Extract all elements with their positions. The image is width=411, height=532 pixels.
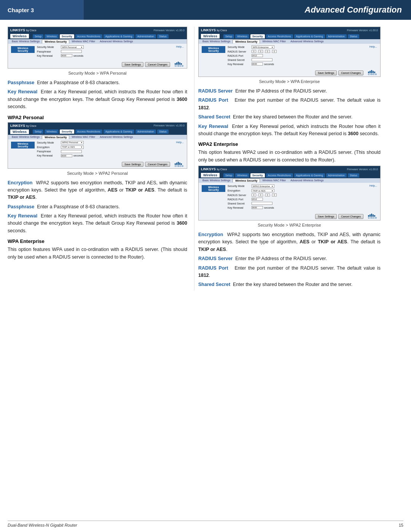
ip-octet-4-4[interactable]: 0 xyxy=(272,193,277,197)
cancel-btn-2[interactable]: Cancel Changes xyxy=(145,162,170,167)
save-btn-4[interactable]: Save Settings xyxy=(315,214,337,219)
radius-port-label-3: RADIUS Port xyxy=(228,54,250,57)
ip-octet-1-3[interactable]: 0 xyxy=(252,50,256,53)
subtab-wireless-sec-2[interactable]: Wireless Security xyxy=(42,135,69,139)
nav-tab-security-1[interactable]: Security xyxy=(60,34,74,38)
key-renewal-input-2[interactable]: 3600 xyxy=(61,154,72,157)
security-mode-select-4[interactable]: WPA2 Enterprise ▼ xyxy=(252,184,274,188)
radius-port-input-4[interactable]: 1812 xyxy=(252,198,263,201)
nav-tab-apps-2[interactable]: Applications & Gaming xyxy=(104,129,134,134)
shared-secret-input-4[interactable] xyxy=(252,202,272,205)
nav-tab-admin-4[interactable]: Administration xyxy=(326,173,347,177)
wireless-label-4: Wireless xyxy=(201,173,220,177)
cancel-btn-3[interactable]: Cancel Changes xyxy=(338,70,363,75)
subtab-wireless-mac-2[interactable]: Wireless MAC Filter xyxy=(69,135,97,139)
subtab-basic-4[interactable]: Basic Wireless Settings xyxy=(200,179,233,182)
subtab-advanced-3[interactable]: Advanced Wireless Settings xyxy=(288,40,326,43)
security-mode-select-1[interactable]: WPA Personal ▼ xyxy=(61,45,84,49)
subtab-wireless-mac-4[interactable]: Wireless MAC Filter xyxy=(260,179,288,182)
rs-encryption-row-4: Encryption TKIP or AES ▼ xyxy=(228,189,377,192)
key-renewal-input-1[interactable]: 3600 xyxy=(61,54,72,57)
shared-secret-para: Shared Secret Enter the key shared betwe… xyxy=(198,113,381,121)
key-renewal-label-2: Key Renewal xyxy=(37,154,60,157)
nav-tab-setup-4[interactable]: Setup xyxy=(223,173,234,177)
page-header: Chapter 3 Advanced Configuration xyxy=(0,0,411,20)
cancel-btn-4[interactable]: Cancel Changes xyxy=(338,214,363,219)
cancel-btn-1[interactable]: Cancel Changes xyxy=(145,62,170,67)
ip-octet-2-3[interactable]: 0 xyxy=(258,50,263,53)
subtab-wireless-sec-1[interactable]: Wireless Security xyxy=(42,40,69,43)
radius-server-label-4: RADIUS Server xyxy=(228,194,250,197)
rs-passphrase-row-2: Passphrase xyxy=(37,150,184,153)
nav-tab-security-4[interactable]: Security xyxy=(250,173,265,177)
nav-tab-status-4[interactable]: Status xyxy=(348,173,359,177)
help-link-3[interactable]: Help... xyxy=(370,45,377,48)
subtab-advanced-1[interactable]: Advanced Wireless Settings xyxy=(97,40,135,43)
nav-tab-admin-2[interactable]: Administration xyxy=(135,129,156,134)
save-btn-1[interactable]: Save Settings xyxy=(122,62,143,67)
nav-tab-access-2[interactable]: Access Restrictions xyxy=(75,129,102,134)
passphrase-input-2[interactable] xyxy=(61,150,82,153)
nav-tab-setup-2[interactable]: Setup xyxy=(33,129,43,134)
linksys-logo-1: LINKSYS by Cisco xyxy=(10,28,36,32)
nav-tab-admin-3[interactable]: Administration xyxy=(326,34,347,38)
subtab-wireless-mac-1[interactable]: Wireless MAC Filter xyxy=(69,40,97,43)
security-mode-select-2[interactable]: WPA2 Personal ▼ xyxy=(61,141,84,144)
nav-tab-setup-1[interactable]: Setup xyxy=(33,34,43,38)
nav-tab-status-2[interactable]: Status xyxy=(157,129,169,134)
firmware-3: Firmware Version: v1.00.0 xyxy=(347,29,378,32)
help-link-2[interactable]: Help... xyxy=(176,141,184,144)
subtab-advanced-2[interactable]: Advanced Wireless Settings xyxy=(97,135,135,139)
ip-octet-4-3[interactable]: 0 xyxy=(272,50,277,53)
nav-tab-wireless-3[interactable]: Wireless xyxy=(235,34,249,38)
nav-tab-wireless-2[interactable]: Wireless xyxy=(45,129,59,134)
nav-tab-wireless-1[interactable]: Wireless xyxy=(45,34,59,38)
radius-port-input-3[interactable]: 1812 xyxy=(252,54,263,57)
rs-subtabs-2: Basic Wireless Settings Wireless Securit… xyxy=(8,135,187,139)
shared-secret-input-3[interactable] xyxy=(252,58,272,61)
nav-tab-setup-3[interactable]: Setup xyxy=(223,34,234,38)
subtab-wireless-sec-4[interactable]: Wireless Security xyxy=(233,179,260,182)
ip-octet-3-3[interactable]: 0 xyxy=(265,50,270,53)
nav-tab-access-1[interactable]: Access Restrictions xyxy=(75,34,102,38)
passphrase-input-1[interactable] xyxy=(61,50,82,53)
ip-octet-3-4[interactable]: 0 xyxy=(265,193,270,197)
nav-tab-status-1[interactable]: Status xyxy=(157,34,169,38)
rs-key-renewal-row-3: Key Renewal 3600 seconds xyxy=(228,62,377,66)
nav-tab-apps-3[interactable]: Applications & Gaming xyxy=(294,34,325,38)
key-renewal-unit-3: seconds xyxy=(264,63,274,66)
nav-tab-wireless-4[interactable]: Wireless xyxy=(235,173,249,177)
nav-tab-admin-1[interactable]: Administration xyxy=(135,34,156,38)
ip-octet-2-4[interactable]: 0 xyxy=(258,193,263,197)
subtab-wireless-mac-3[interactable]: Wireless MAC Filter xyxy=(260,40,288,43)
save-btn-3[interactable]: Save Settings xyxy=(315,70,337,75)
key-renewal-input-4[interactable]: 3600 xyxy=(252,206,263,209)
security-mode-select-3[interactable]: WPA Enterprise ▼ xyxy=(252,45,274,49)
help-link-4[interactable]: Help... xyxy=(370,184,377,187)
nav-tab-access-3[interactable]: Access Restrictions xyxy=(266,34,293,38)
radius-server-ip-4: 0 . 0 . 0 . 0 xyxy=(252,193,277,197)
subtab-basic-3[interactable]: Basic Wireless Settings xyxy=(200,40,233,43)
help-link-1[interactable]: Help... xyxy=(176,45,184,48)
linksys-logo-4: LINKSYS by Cisco xyxy=(201,167,227,171)
security-mode-label-4: Security Mode xyxy=(228,185,250,187)
rs-form-2: Security Mode WPA2 Personal ▼ Help... En… xyxy=(37,141,184,158)
nav-tab-status-3[interactable]: Status xyxy=(348,34,359,38)
save-btn-2[interactable]: Save Settings xyxy=(122,162,143,167)
rs-shared-secret-row-4: Shared Secret xyxy=(228,202,377,205)
nav-tab-apps-1[interactable]: Applications & Gaming xyxy=(104,34,134,38)
rs-subtabs-1: Basic Wireless Settings Wireless Securit… xyxy=(8,39,187,44)
nav-tab-security-3[interactable]: Security xyxy=(250,34,265,38)
subtab-basic-1[interactable]: Basic Wireless Settings xyxy=(10,40,42,43)
nav-tab-access-4[interactable]: Access Restrictions xyxy=(266,173,293,177)
nav-tab-apps-4[interactable]: Applications & Gaming xyxy=(294,173,325,177)
encryption-select-2[interactable]: TKIP or AES ▼ xyxy=(61,145,84,149)
ip-octet-1-4[interactable]: 0 xyxy=(252,193,256,197)
key-renewal-input-3[interactable]: 3600 xyxy=(252,62,263,66)
screenshot-wpa2-personal: LINKSYS by Cisco Firmware Version: v1.00… xyxy=(8,122,187,169)
subtab-advanced-4[interactable]: Advanced Wireless Settings xyxy=(288,179,326,182)
subtab-wireless-sec-3[interactable]: Wireless Security xyxy=(233,40,260,43)
subtab-basic-2[interactable]: Basic Wireless Settings xyxy=(10,135,42,139)
nav-tab-security-2[interactable]: Security xyxy=(60,129,74,134)
encryption-select-4[interactable]: TKIP or AES ▼ xyxy=(252,189,274,192)
